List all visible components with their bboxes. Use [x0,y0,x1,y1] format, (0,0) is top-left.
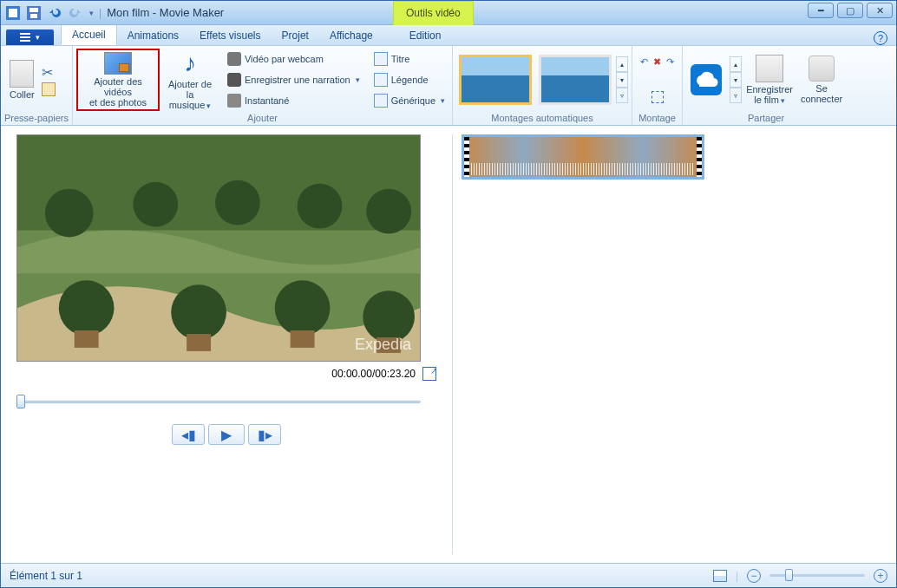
playback-slider[interactable] [16,395,421,408]
close-button[interactable]: ✕ [867,3,893,18]
slider-thumb[interactable] [16,395,25,408]
minimize-button[interactable]: ━ [808,3,834,18]
svg-rect-1 [9,9,17,17]
film-reel-icon [756,55,783,82]
quick-access-toolbar: ▾ [1,6,99,20]
rotate-right-icon[interactable]: ↷ [666,56,674,68]
svg-point-10 [45,189,94,238]
preview-pane: Expedia 00:00.00/00:23.20 ↗ ◂▮ ▶ ▮▸ [1,126,452,563]
tab-projet[interactable]: Projet [272,26,319,45]
tab-affichage[interactable]: Affichage [319,26,383,45]
prev-frame-button[interactable]: ◂▮ [172,424,205,445]
share-scroll-down-icon[interactable]: ▾ [730,72,742,88]
theme-scroll-down-icon[interactable]: ▾ [616,72,628,88]
select-all-icon[interactable] [651,91,664,103]
paste-button[interactable]: Coller [4,49,40,111]
tab-effets-visuels[interactable]: Effets visuels [189,26,271,45]
tab-edition[interactable]: Edition [399,26,452,45]
group-partager: ▴ ▾ ▿ Enregistrer le film▾ Se connecter … [683,46,849,125]
theme-gallery-icon[interactable]: ▿ [616,88,628,103]
theme-scroll-up-icon[interactable]: ▴ [616,56,628,72]
main-area: Expedia 00:00.00/00:23.20 ↗ ◂▮ ▶ ▮▸ [1,126,896,563]
svg-rect-6 [20,36,30,38]
fullscreen-icon[interactable]: ↗ [422,367,436,381]
svg-rect-20 [187,334,211,351]
redo-icon[interactable] [69,6,82,20]
delete-icon[interactable]: ✖ [653,56,661,68]
rotate-left-icon[interactable]: ↶ [640,56,648,68]
credits-button[interactable]: Générique▾ [370,91,448,110]
play-button[interactable]: ▶ [208,424,245,445]
timeline-pane[interactable] [453,126,896,563]
record-narration-button[interactable]: Enregistrer une narration▾ [224,70,363,89]
camera-icon [227,94,241,108]
titlebar: ▾ | Mon film - Movie Maker Outils vidéo … [1,1,896,25]
svg-point-16 [171,284,226,340]
caption-icon [374,73,388,87]
webcam-icon [227,52,241,66]
ribbon-tabs: ▾ Accueil Animations Effets visuels Proj… [1,25,896,46]
svg-point-13 [298,184,343,229]
video-preview[interactable]: Expedia [16,134,421,362]
preview-image [17,135,420,362]
group-ajouter: Ajouter des vidéos et des photos ♪ Ajout… [73,46,453,125]
caption-button[interactable]: Légende [370,70,448,89]
ribbon: Coller ✂ Presse-papiers Ajouter des vidé… [1,46,896,126]
snapshot-button[interactable]: Instantané [224,91,363,110]
credits-icon [374,94,388,108]
svg-point-12 [215,180,260,225]
zoom-out-button[interactable]: − [747,569,761,583]
share-scroll-up-icon[interactable]: ▴ [730,56,742,72]
save-icon[interactable] [27,6,41,20]
microphone-icon [227,73,241,87]
timeline-clip[interactable] [462,134,704,180]
user-icon [809,56,835,82]
group-montage: ↶ ✖ ↷ Montage [632,46,683,125]
thumbnails-view-icon[interactable] [713,570,727,582]
sign-in-button[interactable]: Se connecter [797,49,846,111]
qat-dropdown-icon[interactable]: ▾ [89,9,94,17]
svg-rect-21 [291,330,315,348]
svg-point-15 [59,280,115,336]
svg-rect-7 [20,40,30,42]
group-montages-auto: ▴ ▾ ▿ Montages automatiques [453,46,632,125]
zoom-in-button[interactable]: + [874,569,887,583]
svg-rect-5 [20,33,30,35]
context-tab-video-tools[interactable]: Outils vidéo [393,1,474,25]
title-button[interactable]: Titre [370,49,448,69]
copy-icon[interactable] [42,82,56,96]
maximize-button[interactable]: ▢ [837,3,863,18]
share-gallery-icon[interactable]: ▿ [730,88,742,103]
file-menu[interactable]: ▾ [6,29,54,45]
autotheme-2[interactable] [539,55,612,105]
svg-point-14 [366,189,411,234]
tab-animations[interactable]: Animations [117,26,189,45]
zoom-slider[interactable] [769,574,865,577]
onedrive-button[interactable] [686,49,726,111]
status-bar: Élément 1 sur 1 | − + [1,563,896,587]
app-icon [6,6,20,20]
status-text: Élément 1 sur 1 [10,570,82,582]
save-movie-button[interactable]: Enregistrer le film▾ [743,49,796,111]
svg-rect-3 [29,8,38,12]
zoom-slider-thumb[interactable] [785,569,793,581]
add-music-button[interactable]: ♪ Ajouter de la musique▾ [161,49,219,111]
audio-waveform [471,163,695,175]
tab-accueil[interactable]: Accueil [61,24,117,45]
window-title: Mon film - Movie Maker [107,6,224,19]
cloud-icon [691,64,722,95]
webcam-video-button[interactable]: Vidéo par webcam [224,49,363,69]
autotheme-1[interactable] [459,55,532,105]
undo-icon[interactable] [48,6,62,20]
help-icon[interactable]: ? [874,31,887,45]
add-videos-photos-button[interactable]: Ajouter des vidéos et des photos [76,49,160,111]
clipboard-icon [10,60,34,88]
svg-point-17 [275,280,331,336]
timecode: 00:00.00/00:23.20 [331,368,416,380]
next-frame-button[interactable]: ▮▸ [248,424,281,445]
group-presse-papiers: Coller ✂ Presse-papiers [1,46,73,125]
svg-point-18 [363,291,415,343]
music-note-icon: ♪ [176,49,204,77]
cut-icon[interactable]: ✂ [42,64,56,81]
title-icon [374,52,388,66]
